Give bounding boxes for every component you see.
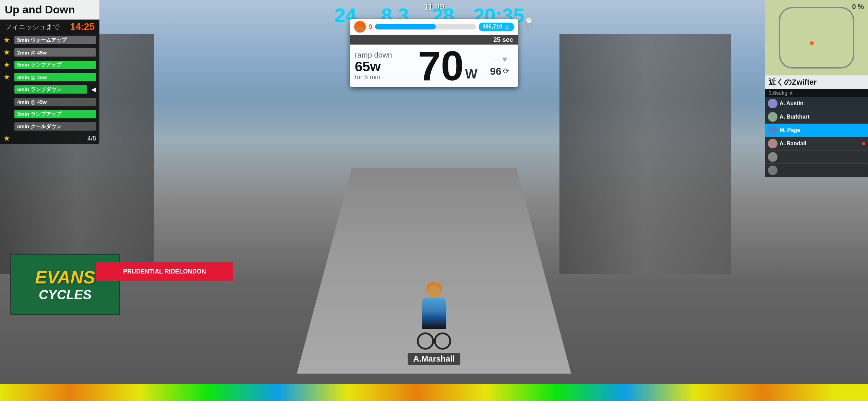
cyclist: [413, 281, 455, 350]
workout-bar-1: 5min ウォームアップ: [14, 36, 96, 44]
workout-bar-6: 4min @ 45w: [14, 98, 96, 106]
workout-title: Up and Down: [0, 0, 99, 20]
current-power-display: 70 W: [410, 47, 486, 84]
ramp-duration: for 5 min: [355, 73, 410, 81]
workout-label-5: 5min ランプダウン: [17, 86, 61, 93]
workout-hud-panel: 🚲 9 396,710 💧 25 sec ramp down 65w for 5…: [350, 19, 518, 87]
finish-time-value: 14:25: [70, 21, 95, 32]
workout-item-2: ★ 2min @ 45w: [0, 46, 99, 59]
heart-rate: --- ♥: [492, 54, 507, 64]
workout-label-4: 4min @ 45w: [17, 74, 47, 80]
workout-item-3: ★ 5min ランプアップ: [0, 59, 99, 71]
finish-label: フィニッシュまで: [5, 22, 60, 32]
workout-label-1: 5min ウォームアップ: [17, 37, 67, 44]
avatar-1: [768, 99, 777, 108]
star-icon-2: ★: [3, 48, 12, 57]
workout-item-5-active: ★ 5min ランプダウン ◀: [0, 83, 99, 96]
minimap: 0 %: [765, 0, 868, 75]
countdown-value: 25 sec: [493, 36, 513, 43]
evans-text-2: CYCLES: [39, 288, 92, 302]
workout-label-2: 2min @ 45w: [17, 50, 47, 56]
xp-bar-bottom: [0, 384, 868, 401]
rider-count: 9: [369, 23, 372, 31]
player-name-label: A.Marshall: [408, 353, 460, 365]
cyclist-head: [427, 285, 441, 299]
avatar-4: [768, 139, 777, 148]
minimap-player-dot: [810, 41, 814, 45]
right-metrics: --- ♥ 96 ⟳: [486, 54, 513, 77]
workout-bar-3: 5min ランプアップ: [14, 61, 96, 69]
cyclist-wheel-back: [417, 332, 434, 350]
prudential-text: PRUDENTIAL RIDELONDON: [123, 268, 206, 275]
avatar-5: [768, 152, 777, 162]
elapsed-unit: ET: [526, 24, 533, 30]
xp-value: 396,710: [482, 24, 502, 30]
star-icon-5: ★: [3, 85, 12, 94]
avatar-6: [768, 166, 777, 175]
workout-label-6: 4min @ 45w: [17, 99, 47, 105]
star-icon-1: ★: [3, 36, 12, 45]
left-workout-panel: Up and Down フィニッシュまで 14:25 ★ 5min ウォームアッ…: [0, 0, 99, 144]
leaderboard-item-4: A. Randall: [765, 137, 868, 150]
workout-bar-7: 5min ランプアップ: [14, 110, 96, 118]
cadence-value: 96: [490, 65, 501, 77]
progress-bar-fill: [375, 24, 436, 29]
workout-label-3: 5min ランプアップ: [17, 62, 61, 68]
ramp-label: ramp down: [355, 51, 410, 60]
xp-badge: 396,710 💧: [479, 23, 514, 31]
evans-text-1: EVANS: [35, 267, 95, 288]
active-arrow-icon: ◀: [91, 86, 96, 93]
workout-item-4: ★ 4min @ 45w: [0, 71, 99, 83]
workout-top-row: 🚲 9 396,710 💧: [350, 19, 518, 35]
leaderboard-item-6: [765, 164, 868, 177]
star-icon-4: ★: [3, 73, 12, 82]
clock-icon: 🕐: [526, 17, 533, 24]
progress-count: 4/8: [87, 135, 96, 142]
avatar-3: [768, 125, 777, 135]
workout-bar-5-active: 5min ランプダウン: [14, 85, 87, 94]
cadence-icon: ⟳: [503, 67, 509, 76]
star-icon-8: ★: [3, 122, 12, 131]
progress-star-icon: ★: [3, 134, 10, 143]
heart-rate-value: ---: [492, 54, 500, 64]
leaderboard-header: 近くのZwifter: [765, 75, 868, 89]
workout-body: ramp down 65w for 5 min 70 W --- ♥ 96 ⟳: [350, 45, 518, 87]
prudential-banner: PRUDENTIAL RIDELONDON: [96, 262, 233, 281]
player-name-4: A. Randall: [780, 141, 860, 147]
player-name-2: A. Burkhart: [780, 114, 863, 120]
heart-icon: ♥: [502, 54, 507, 64]
workout-item-1: ★ 5min ウォームアップ: [0, 34, 99, 46]
red-dot-4: [862, 142, 865, 145]
workout-bar-4: 4min @ 45w: [14, 73, 96, 81]
leaderboard-item-3-highlighted: M. Page: [765, 124, 868, 137]
cyclist-body: [422, 298, 446, 329]
star-icon-7: ★: [3, 110, 12, 119]
current-power-unit: W: [465, 67, 478, 82]
finish-time-row: フィニッシュまで 14:25: [0, 20, 99, 34]
minimap-percentage: 0 %: [852, 3, 864, 11]
workout-label-8: 5min クールダウン: [17, 123, 61, 130]
player-name-3: M. Page: [780, 127, 863, 133]
leaderboard-item-5: [765, 150, 868, 164]
workout-item-7: ★ 5min ランプアップ: [0, 108, 99, 120]
avatar-2: [768, 112, 777, 122]
workout-description: ramp down 65w for 5 min: [355, 51, 410, 81]
workout-item-8: ★ 5min クールダウン: [0, 120, 99, 133]
ramp-power: 65w: [355, 60, 410, 73]
xp-drop-icon: 💧: [504, 24, 510, 30]
buildings-right: [559, 34, 731, 274]
progress-bar-bg: [375, 24, 476, 29]
workout-label-7: 5min ランプアップ: [17, 111, 61, 118]
current-power-value: 70: [418, 47, 463, 84]
leaderboard-panel: 近くのZwifter 1.6w/kg ∧ A. Austin A. Burkha…: [765, 75, 868, 177]
workout-progress-row: ★ 4/8: [0, 133, 99, 144]
leaderboard-subtitle: 1.6w/kg ∧: [765, 89, 868, 97]
workout-bar-2: 2min @ 45w: [14, 48, 96, 57]
bike-icon: 🚲: [356, 23, 364, 31]
minimap-road: [779, 7, 854, 69]
star-icon-3: ★: [3, 60, 12, 69]
leaderboard-item-1: A. Austin: [765, 97, 868, 110]
workout-item-6: ★ 4min @ 45w: [0, 96, 99, 108]
star-icon-6: ★: [3, 97, 12, 106]
cyclist-wheel-front: [434, 332, 451, 350]
